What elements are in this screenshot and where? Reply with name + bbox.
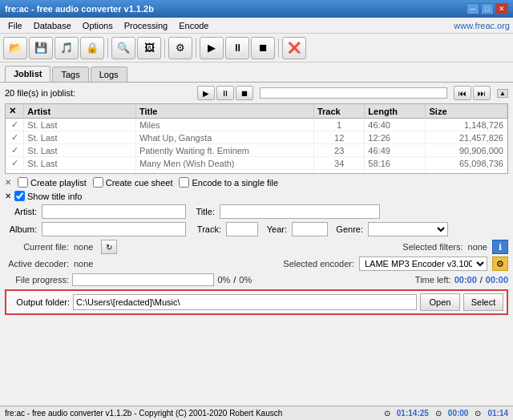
output-folder-label: Output folder:: [10, 297, 70, 307]
menu-file[interactable]: File: [3, 19, 27, 32]
tab-joblist[interactable]: Joblist: [5, 66, 50, 82]
create-playlist-option[interactable]: Create playlist: [18, 177, 87, 188]
toolbar-separator-1: [107, 38, 108, 58]
play-button[interactable]: ▶: [200, 37, 224, 59]
current-file-row: Current file: none ↻ Selected filters: n…: [5, 240, 508, 254]
row-title: In da Club: [135, 170, 313, 175]
col-header-size: Size: [426, 104, 507, 119]
encoder-select[interactable]: LAME MP3 Encoder v3.100: [359, 256, 487, 271]
next-button[interactable]: ⏭: [473, 86, 491, 100]
statusbar-sep1: ⊙: [435, 409, 442, 418]
year-label: Year:: [263, 224, 287, 234]
search-button[interactable]: 🔍: [111, 37, 135, 59]
statusbar-icon: ⊙: [384, 409, 390, 418]
maximize-button[interactable]: □: [481, 3, 494, 14]
show-title-row: ✕ Show title info: [5, 191, 508, 201]
year-input[interactable]: [292, 222, 328, 236]
row-length: 46:49: [365, 144, 426, 157]
pause-inline-button[interactable]: ⏸: [216, 86, 234, 100]
album-label: Album:: [5, 224, 37, 234]
row-size: 65,098,736: [426, 157, 507, 170]
stop-inline-button[interactable]: ⏹: [236, 86, 253, 100]
show-title-info-label: Show title info: [27, 192, 82, 201]
current-file-label: Current file:: [5, 242, 69, 252]
row-check: ✓: [6, 144, 24, 157]
tab-logs[interactable]: Logs: [91, 67, 127, 82]
row-length: 46:40: [365, 119, 426, 131]
slash-sep: /: [233, 275, 236, 285]
album-track-row: Album: Track: Year: Genre:: [5, 222, 508, 236]
col-header-track: Track: [313, 104, 364, 119]
row-check: ✓: [6, 157, 24, 170]
time2-label: 00:00: [486, 275, 508, 285]
open-file-button[interactable]: 📂: [3, 37, 27, 59]
genre-select[interactable]: [368, 222, 448, 236]
title-label: Title:: [191, 207, 215, 216]
play-inline-button[interactable]: ▶: [197, 86, 215, 100]
menu-encode[interactable]: Encode: [174, 19, 213, 32]
selected-filters-label: Selected filters:: [383, 242, 463, 252]
encode-single-checkbox[interactable]: [179, 177, 189, 188]
time-left-label: Time left:: [399, 275, 451, 285]
track-label: Track:: [191, 224, 221, 234]
col-header-check: ✕: [6, 104, 24, 119]
row-size: 94,617,836: [426, 170, 507, 175]
close-button[interactable]: ✕: [495, 3, 508, 14]
output-folder-row: Output folder: Open Select: [5, 289, 508, 315]
save-button[interactable]: 💾: [29, 37, 53, 59]
row-artist: St. Last: [24, 131, 136, 144]
menu-options[interactable]: Options: [78, 19, 118, 32]
col-header-title: Title: [135, 104, 313, 119]
prev-button[interactable]: ⏮: [454, 86, 471, 100]
options-row: ✕ Create playlist Create cue sheet Encod…: [5, 177, 508, 188]
time-slash: /: [480, 275, 483, 285]
track-input[interactable]: [226, 222, 258, 236]
audio-button[interactable]: 🎵: [55, 37, 79, 59]
main-content: 20 file(s) in joblist: ▶ ⏸ ⏹ ⏮ ⏭ ▲ ✕ Art…: [0, 83, 513, 318]
artist-title-row: Artist: Title:: [5, 204, 508, 219]
row-length: 12:26: [365, 131, 426, 144]
show-title-x: ✕: [5, 192, 11, 200]
minimize-button[interactable]: ─: [467, 3, 479, 14]
selected-filters-value: none: [468, 242, 487, 252]
file-progress-row: File progress: 0% / 0% Time left: 00:00 …: [5, 273, 508, 286]
scroll-up-button[interactable]: ▲: [497, 89, 508, 98]
lock-button[interactable]: 🔒: [80, 37, 104, 59]
artist-input[interactable]: [42, 204, 186, 219]
create-cue-sheet-checkbox[interactable]: [93, 177, 103, 188]
refresh-button[interactable]: ↻: [101, 240, 117, 254]
stop-button[interactable]: ⏹: [251, 37, 275, 59]
filters-info-button[interactable]: ℹ: [492, 240, 508, 254]
create-playlist-checkbox[interactable]: [18, 177, 28, 188]
menu-processing[interactable]: Processing: [119, 19, 172, 32]
image-button[interactable]: 🖼: [137, 37, 161, 59]
website-link[interactable]: www.freac.org: [454, 21, 510, 30]
open-folder-button[interactable]: Open: [420, 293, 460, 311]
title-input[interactable]: [220, 204, 380, 219]
playback-controls: ▶ ⏸ ⏹: [197, 86, 253, 100]
pause-button[interactable]: ⏸: [225, 37, 249, 59]
create-cue-sheet-option[interactable]: Create cue sheet: [93, 177, 173, 188]
settings-button[interactable]: ⚙: [168, 37, 192, 59]
tab-tags[interactable]: Tags: [52, 67, 88, 82]
cancel-button[interactable]: ❌: [282, 37, 306, 59]
select-folder-button[interactable]: Select: [463, 293, 503, 311]
table-row[interactable]: ✓ St. Last Miles 1 46:40 1,148,726: [6, 119, 507, 131]
show-title-info-option[interactable]: Show title info: [14, 191, 82, 201]
pct1-label: 0%: [217, 275, 230, 285]
menu-database[interactable]: Database: [29, 19, 76, 32]
encoder-settings-button[interactable]: ⚙: [492, 256, 508, 271]
table-row[interactable]: ✓ St. Last Many Men (Wish Death) 34 58:1…: [6, 157, 507, 170]
album-input[interactable]: [42, 222, 186, 236]
file-progress-bar: [72, 273, 214, 286]
table-row[interactable]: ✓ St. Last Patiently Waiting ft. Eminem …: [6, 144, 507, 157]
title-bar: fre:ac - free audio converter v1.1.2b ─ …: [0, 0, 513, 18]
menu-bar: File Database Options Processing Encode …: [0, 18, 513, 34]
statusbar-text: fre:ac - free audio converter v1.1.2b - …: [5, 409, 378, 418]
output-folder-input[interactable]: [73, 294, 417, 310]
table-row[interactable]: ✓ St. Last What Up, Gangsta 12 12:26 21,…: [6, 131, 507, 144]
encode-single-option[interactable]: Encode to a single file: [179, 177, 278, 188]
show-title-info-checkbox[interactable]: [14, 191, 25, 201]
table-row[interactable]: ✓ St. Last In da Club 45 56:46 94,617,83…: [6, 170, 507, 175]
row-artist: St. Last: [24, 170, 136, 175]
